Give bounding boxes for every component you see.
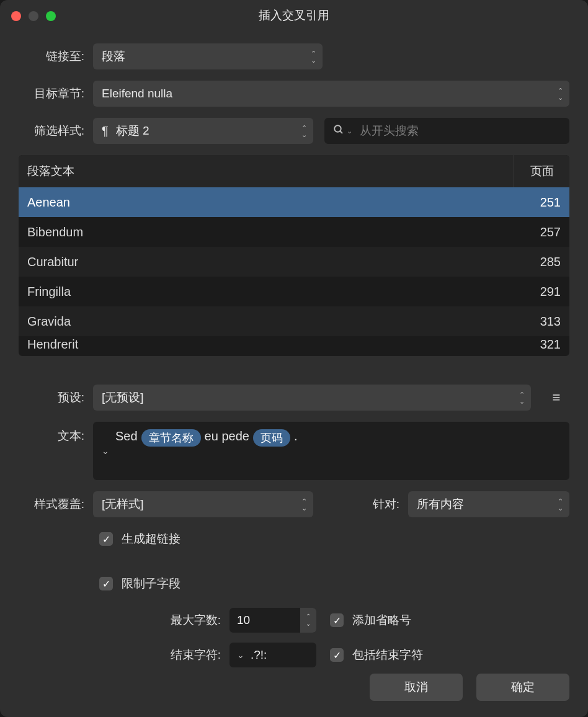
text-token: Sed — [115, 429, 138, 443]
hyperlink-checkbox[interactable]: ✓ — [99, 532, 113, 546]
style-override-label: 样式覆盖: — [19, 496, 93, 512]
table-body: Aenean 251 Bibendum 257 Curabitur 285 Fr… — [19, 187, 569, 356]
text-label: 文本: — [19, 422, 93, 444]
svg-line-1 — [340, 131, 342, 133]
filter-style-label: 筛选样式: — [19, 123, 93, 139]
page-number-pill[interactable]: 页码 — [253, 429, 290, 447]
lower-section: 预设: [无预设] ⌃⌄ ≡ 文本: ⌄ Sed 章节名称 eu pede 页码… — [19, 356, 569, 667]
titlebar: 插入交叉引用 — [0, 0, 588, 31]
cell-text: Hendrerit — [19, 337, 514, 352]
for-label: 针对: — [373, 496, 408, 512]
cell-page: 291 — [514, 285, 569, 299]
check-icon: ✓ — [102, 533, 110, 545]
style-override-value: [无样式] — [102, 496, 144, 512]
content-area: 链接至: 段落 ⌃⌄ 目标章节: Eleifend nulla ⌃⌄ 筛选样式:… — [0, 31, 588, 667]
cell-text: Aenean — [19, 195, 514, 210]
limit-sub-checkbox[interactable]: ✓ — [99, 577, 113, 590]
cell-page: 251 — [514, 195, 569, 210]
cell-page: 257 — [514, 225, 569, 239]
table-row[interactable]: Aenean 251 — [19, 187, 569, 217]
cell-page: 321 — [514, 337, 569, 352]
chevron-down-icon: ⌄ — [102, 446, 109, 456]
link-to-label: 链接至: — [19, 48, 93, 65]
cell-text: Fringilla — [19, 285, 514, 299]
dialog-window: 插入交叉引用 链接至: 段落 ⌃⌄ 目标章节: Eleifend nulla ⌃… — [0, 0, 588, 717]
table-row[interactable]: Gravida 313 — [19, 306, 569, 336]
cell-text: Gravida — [19, 314, 514, 329]
minimize-icon[interactable] — [29, 11, 38, 21]
link-to-select[interactable]: 段落 ⌃⌄ — [93, 43, 323, 69]
window-title: 插入交叉引用 — [0, 7, 588, 24]
stepper-icon: ⌃⌄ — [519, 391, 525, 404]
number-stepper[interactable]: ⌃⌄ — [300, 608, 316, 633]
chevron-down-icon: ⌄ — [237, 650, 244, 660]
footer-buttons: 取消 确定 — [370, 674, 569, 701]
zoom-icon[interactable] — [46, 11, 56, 21]
table-row[interactable]: Fringilla 291 — [19, 277, 569, 306]
svg-point-0 — [334, 125, 341, 132]
check-icon: ✓ — [333, 615, 341, 626]
max-chars-input[interactable]: 10 ⌃⌄ — [229, 608, 316, 633]
hyperlink-label: 生成超链接 — [122, 531, 180, 547]
end-chars-value: .?!: — [251, 648, 267, 662]
results-table: 段落文本 页面 Aenean 251 Bibendum 257 Curabitu… — [19, 155, 569, 356]
filter-style-value: 标题 2 — [116, 123, 149, 139]
stepper-icon: ⌃⌄ — [558, 498, 563, 511]
col-page-header[interactable]: 页面 — [514, 155, 569, 187]
for-select[interactable]: 所有内容 ⌃⌄ — [408, 491, 569, 517]
include-end-label: 包括结束字符 — [352, 647, 423, 663]
cell-page: 285 — [514, 255, 569, 269]
search-box[interactable]: ⌄ — [324, 118, 569, 144]
table-header: 段落文本 页面 — [19, 155, 569, 187]
preset-select[interactable]: [无预设] ⌃⌄ — [93, 385, 531, 411]
stepper-icon: ⌃⌄ — [558, 87, 563, 100]
pilcrow-icon: ¶ — [102, 124, 109, 138]
target-chapter-select[interactable]: Eleifend nulla ⌃⌄ — [93, 81, 569, 107]
for-value: 所有内容 — [417, 496, 464, 512]
text-format-field[interactable]: ⌄ Sed 章节名称 eu pede 页码 . — [93, 422, 569, 480]
text-token: eu pede — [205, 429, 249, 443]
cancel-button[interactable]: 取消 — [370, 674, 463, 701]
end-chars-label: 结束字符: — [19, 647, 229, 663]
hamburger-icon: ≡ — [553, 390, 561, 406]
include-end-checkbox[interactable]: ✓ — [330, 648, 344, 662]
link-to-value: 段落 — [102, 48, 125, 65]
cell-page: 313 — [514, 314, 569, 329]
table-row[interactable]: Bibendum 257 — [19, 217, 569, 247]
chevron-down-icon: ⌄ — [347, 127, 352, 135]
cell-text: Bibendum — [19, 225, 514, 239]
table-row[interactable]: Hendrerit 321 — [19, 336, 569, 355]
style-override-select[interactable]: [无样式] ⌃⌄ — [93, 491, 313, 517]
search-input[interactable] — [360, 124, 561, 138]
check-icon: ✓ — [102, 578, 110, 590]
search-icon — [333, 124, 344, 138]
chapter-name-pill[interactable]: 章节名称 — [141, 429, 201, 447]
cell-text: Curabitur — [19, 255, 514, 269]
text-token: . — [294, 429, 298, 443]
max-chars-label: 最大字数: — [19, 612, 229, 628]
limit-sub-label: 限制子字段 — [122, 576, 180, 592]
stepper-icon: ⌃⌄ — [301, 125, 307, 138]
ellipsis-checkbox[interactable]: ✓ — [330, 613, 344, 627]
stepper-icon: ⌃⌄ — [301, 498, 307, 511]
window-controls — [11, 11, 56, 21]
col-text-header[interactable]: 段落文本 — [19, 163, 514, 179]
target-chapter-value: Eleifend nulla — [102, 87, 172, 100]
max-chars-value: 10 — [237, 613, 250, 627]
filter-style-select[interactable]: ¶ 标题 2 ⌃⌄ — [93, 118, 313, 144]
preset-menu-button[interactable]: ≡ — [543, 385, 569, 411]
preset-value: [无预设] — [102, 390, 144, 406]
target-chapter-label: 目标章节: — [19, 86, 93, 102]
table-row[interactable]: Curabitur 285 — [19, 247, 569, 277]
ok-button[interactable]: 确定 — [476, 674, 569, 701]
preset-label: 预设: — [19, 390, 93, 406]
stepper-icon: ⌃⌄ — [311, 50, 316, 63]
end-chars-input[interactable]: ⌄ .?!: — [229, 643, 316, 667]
ellipsis-label: 添加省略号 — [352, 612, 411, 628]
check-icon: ✓ — [333, 649, 341, 661]
close-icon[interactable] — [11, 11, 21, 21]
